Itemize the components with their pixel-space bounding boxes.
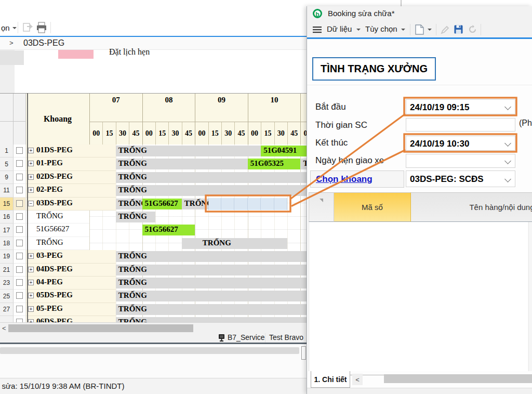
breadcrumb-chevron-icon[interactable]: > — [9, 39, 14, 47]
edit-pencil-icon[interactable] — [441, 25, 449, 34]
end-datetime-combo[interactable]: 24/10/19 10:30 — [406, 136, 515, 151]
grid-row[interactable]: 1751G5662751G56627 — [0, 224, 307, 237]
empty-slot-bar[interactable]: TRỐNG — [182, 238, 287, 249]
selected-timeslot-cell[interactable] — [208, 198, 221, 210]
empty-slot-bar[interactable]: TRỐNG — [116, 278, 307, 288]
empty-slot-bar[interactable]: TRỐNG — [116, 146, 261, 156]
booking-bar[interactable]: 51G56627 — [142, 199, 182, 209]
selected-timeslot-cell[interactable] — [261, 198, 274, 210]
empty-slot-bar[interactable]: TRỐNG — [116, 317, 307, 322]
save-icon[interactable] — [454, 25, 463, 34]
empty-slot-bar[interactable]: TRỐNG — [116, 251, 307, 262]
export-icon[interactable] — [22, 21, 34, 34]
detail-table-body[interactable] — [309, 222, 527, 371]
expand-icon[interactable]: + — [28, 280, 34, 285]
empty-slot-bar[interactable]: TRỐNG — [116, 159, 248, 169]
partial-menu[interactable]: ọn — [1, 23, 10, 32]
grid-row[interactable]: 18TRỐNGTRỐNG — [0, 237, 307, 250]
row-checkbox[interactable] — [16, 226, 23, 233]
grid-row[interactable]: 25+05DS-PEGTRỐNG — [0, 290, 307, 303]
delivery-date-combo[interactable] — [406, 154, 515, 168]
grid-row[interactable]: 16TRỐNGTRỐNG — [0, 211, 307, 224]
hamburger-menu-icon[interactable] — [313, 27, 322, 33]
duration-input[interactable] — [406, 118, 515, 132]
chevron-down-icon[interactable] — [428, 29, 432, 31]
chevron-down-icon[interactable] — [356, 29, 361, 31]
grid-row[interactable]: 9+02DS-PEGTRỐNG — [0, 171, 307, 184]
menu-du-lieu[interactable]: Dữ liệu — [327, 24, 352, 33]
expand-icon[interactable]: + — [28, 306, 34, 312]
grid-row[interactable]: 1+01DS-PEGTRỐNG51G04591 — [0, 145, 307, 157]
menu-caret-icon[interactable] — [12, 27, 17, 29]
expand-icon[interactable]: + — [28, 187, 34, 193]
expand-icon[interactable]: + — [28, 148, 34, 153]
row-checkbox[interactable] — [16, 174, 23, 180]
booking-bar[interactable]: 51G56627 — [142, 225, 195, 235]
expand-icon[interactable]: + — [28, 253, 34, 259]
row-checkbox[interactable] — [16, 279, 23, 286]
row-checkbox[interactable] — [16, 160, 23, 167]
row-checkbox[interactable] — [16, 253, 23, 259]
row-checkbox[interactable] — [16, 319, 23, 322]
detail-column-ten-hang[interactable]: Tên hàng/nội dung — [411, 192, 532, 222]
tab-chi-tiet[interactable]: 1. Chi tiết — [311, 371, 350, 388]
expand-icon[interactable]: + — [28, 161, 34, 166]
horizontal-scrollbar[interactable]: < — [0, 322, 307, 333]
booking-bar[interactable]: 51G04591 — [261, 146, 307, 156]
chevron-down-icon[interactable] — [504, 103, 511, 110]
empty-slot-bar[interactable]: TRỐNG — [116, 185, 307, 196]
detail-vertical-scrollbar[interactable] — [528, 222, 532, 371]
menu-tuy-chon[interactable]: Tùy chọn — [365, 24, 397, 33]
collapse-icon[interactable]: − — [28, 201, 34, 206]
grid-row[interactable]: 27+05-PEGTRỐNG — [0, 303, 307, 316]
grid-row[interactable]: 19+03-PEGTRỐNG — [0, 250, 307, 263]
workshop-status-button[interactable]: TÌNH TRẠNG XƯỞNG — [312, 57, 436, 81]
selected-timeslot-cell[interactable] — [234, 198, 247, 210]
empty-slot-bar[interactable]: TRỐNG — [300, 159, 307, 169]
row-checkbox[interactable] — [16, 292, 23, 299]
detail-table-corner[interactable] — [309, 192, 334, 222]
grid-row[interactable]: 11+02-PEGTRỐNG — [0, 184, 307, 197]
row-checkbox[interactable] — [16, 240, 23, 246]
detail-column-ma-so[interactable]: Mã số — [334, 192, 411, 222]
empty-slot-bar[interactable]: TRỐNG — [116, 304, 307, 315]
booking-bar[interactable]: 51G05325 — [248, 159, 301, 169]
new-document-icon[interactable] — [415, 24, 424, 35]
scrollbar-thumb[interactable] — [8, 324, 193, 332]
print-icon[interactable] — [35, 21, 48, 34]
expand-icon[interactable]: + — [28, 267, 34, 272]
selected-timeslot-cell[interactable] — [248, 198, 261, 210]
empty-slot-bar[interactable]: TRỐNG — [182, 199, 208, 209]
row-checkbox[interactable] — [16, 266, 23, 273]
bay-combo[interactable]: 03DS-PEG: SCĐS — [406, 170, 515, 187]
empty-slot-bar[interactable]: TRỐNG — [116, 212, 155, 222]
expand-icon[interactable]: + — [28, 293, 34, 298]
chevron-down-icon[interactable] — [504, 140, 511, 147]
empty-slot-bar[interactable]: TRỐNG — [116, 199, 142, 209]
expand-icon[interactable]: + — [28, 174, 34, 180]
row-checkbox[interactable] — [16, 306, 23, 312]
tab-scrollbar-thumb[interactable] — [384, 374, 532, 383]
empty-slot-bar[interactable]: TRỐNG — [116, 265, 307, 275]
grid-row[interactable]: 21+04DS-PEGTRỐNG — [0, 264, 307, 277]
scroll-left-arrow[interactable]: < — [2, 324, 6, 332]
grid-row[interactable]: +06DS-PEGTRỐNG — [0, 316, 307, 322]
empty-slot-bar[interactable]: TRỐNG — [116, 172, 307, 183]
chevron-down-icon[interactable] — [504, 157, 511, 164]
tab-scroll-left[interactable]: < — [352, 374, 363, 385]
empty-slot-bar[interactable]: TRỐNG — [116, 291, 307, 301]
grid-row[interactable]: 15−03DS-PEGTRỐNG51G56627TRỐNG — [0, 198, 307, 211]
grid-row[interactable]: 5+01-PEGTRỐNG51G05325TRỐNG — [0, 157, 307, 170]
refresh-icon[interactable] — [468, 25, 477, 34]
chevron-down-icon[interactable] — [401, 29, 405, 31]
row-checkbox[interactable] — [16, 187, 23, 193]
row-checkbox[interactable] — [16, 200, 23, 207]
start-datetime-combo[interactable]: 24/10/19 09:15 — [406, 99, 515, 114]
chevron-down-icon[interactable] — [504, 176, 511, 182]
grid-row[interactable]: 23+04-PEGTRỐNG — [0, 277, 307, 290]
selected-timeslot-cell[interactable] — [274, 198, 287, 210]
choose-bay-button[interactable]: Chọn khoang — [310, 170, 404, 188]
row-checkbox[interactable] — [16, 213, 23, 220]
selected-timeslot-cell[interactable] — [221, 198, 234, 210]
row-checkbox[interactable] — [16, 147, 23, 154]
